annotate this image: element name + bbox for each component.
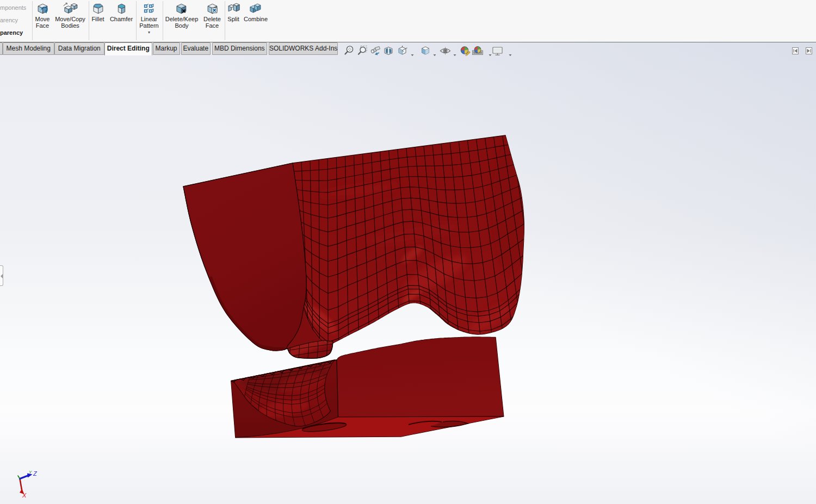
svg-text:Z: Z xyxy=(33,470,38,477)
svg-text:Y: Y xyxy=(29,470,32,475)
svg-text:X: X xyxy=(22,492,27,499)
